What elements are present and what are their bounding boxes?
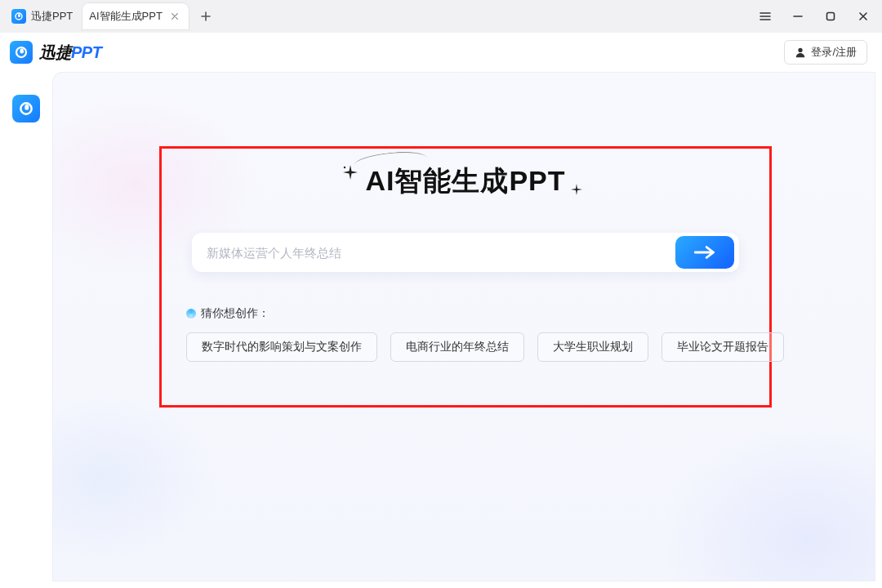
svg-point-8: [344, 167, 345, 168]
close-window-button[interactable]: [854, 7, 872, 25]
rail-app-icon[interactable]: [12, 95, 40, 122]
tab-label: 迅捷PPT: [31, 9, 73, 24]
content-area: AI智能生成PPT 猜你想创作： 数字时代: [52, 72, 875, 581]
svg-rect-4: [20, 49, 24, 54]
tab-home[interactable]: 迅捷PPT: [5, 3, 81, 29]
hero: AI智能生成PPT 猜你想创作： 数字时代: [188, 163, 743, 362]
new-tab-button[interactable]: [195, 6, 216, 27]
login-label: 登录/注册: [811, 45, 857, 60]
sparkle-icon: [342, 164, 359, 184]
user-icon: [795, 47, 806, 58]
brand-icon: [10, 41, 33, 64]
sparkle-icon: [186, 309, 196, 318]
tab-label: AI智能生成PPT: [89, 9, 163, 24]
app-header: 迅捷PPT 登录/注册: [0, 33, 882, 72]
brand-text: 迅捷PPT: [39, 42, 101, 64]
suggestion-chip[interactable]: 电商行业的年终总结: [390, 332, 524, 362]
svg-rect-2: [827, 13, 835, 20]
minimize-button[interactable]: [789, 7, 807, 25]
menu-icon[interactable]: [756, 7, 774, 25]
suggestion-chip[interactable]: 大学生职业规划: [537, 332, 648, 362]
svg-rect-7: [24, 105, 29, 110]
arrow-right-icon: [693, 245, 717, 260]
left-rail: [0, 72, 52, 588]
brand: 迅捷PPT: [10, 41, 101, 64]
login-button[interactable]: 登录/注册: [784, 40, 867, 65]
svg-rect-1: [18, 14, 20, 17]
sparkle-icon: [571, 184, 582, 198]
prompt-row: [192, 233, 739, 272]
prompt-input[interactable]: [207, 236, 675, 269]
svg-point-5: [799, 48, 803, 52]
app-icon: [11, 9, 26, 24]
suggestion-chips: 数字时代的影响策划与文案创作 电商行业的年终总结 大学生职业规划 毕业论文开题报…: [186, 332, 784, 362]
generate-button[interactable]: [675, 236, 734, 269]
tab-ai-generate[interactable]: AI智能生成PPT: [82, 3, 189, 29]
close-icon[interactable]: [169, 11, 180, 22]
maximize-button[interactable]: [822, 7, 840, 25]
suggestion-chip[interactable]: 数字时代的影响策划与文案创作: [186, 332, 377, 362]
suggestion-chip[interactable]: 毕业论文开题报告: [662, 332, 784, 362]
suggestions-label: 猜你想创作：: [186, 306, 784, 321]
titlebar: 迅捷PPT AI智能生成PPT: [0, 0, 882, 33]
